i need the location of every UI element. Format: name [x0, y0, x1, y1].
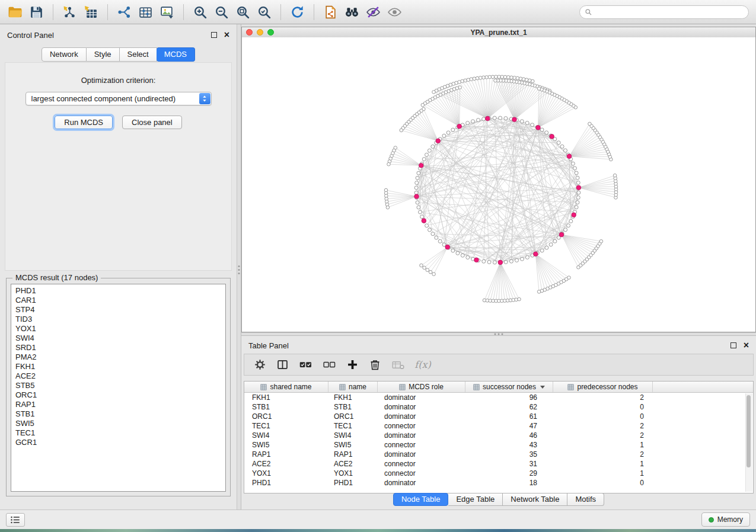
table-row[interactable]: STB1STB1dominator620: [244, 402, 753, 412]
mcds-result-item[interactable]: GCR1: [15, 438, 221, 447]
zoom-selected-icon[interactable]: [256, 4, 272, 20]
hide-details-eye-icon[interactable]: [365, 4, 381, 20]
table-row[interactable]: YOX1YOX1connector291: [244, 469, 753, 478]
mcds-result-item[interactable]: RAP1: [15, 400, 221, 409]
column-header-predecessor-nodes[interactable]: predecessor nodes: [553, 382, 653, 392]
tab-select[interactable]: Select: [120, 47, 157, 62]
mcds-result-item[interactable]: STB1: [15, 409, 221, 419]
table-vertical-scrollbar[interactable]: [745, 393, 752, 492]
network-view-window: YPA_prune.txt_1: [241, 27, 756, 332]
show-panels-button[interactable]: [6, 513, 25, 527]
search-binoculars-icon[interactable]: [344, 4, 360, 20]
table-cell: 0: [553, 403, 653, 411]
tab-network[interactable]: Network: [42, 47, 87, 62]
mcds-result-item[interactable]: YOX1: [15, 324, 221, 334]
tab-node-table[interactable]: Node Table: [393, 493, 449, 506]
mcds-result-item[interactable]: CAR1: [15, 296, 221, 305]
export-document-icon[interactable]: [323, 4, 339, 20]
apply-layout-icon[interactable]: [289, 4, 305, 20]
mcds-result-title: MCDS result (17 nodes): [12, 273, 101, 282]
table-cell: 0: [553, 479, 653, 487]
column-header-shared-name[interactable]: shared name: [244, 382, 328, 392]
function-builder-icon[interactable]: f(x): [414, 358, 430, 372]
table-row[interactable]: SWI5SWI5connector431: [244, 440, 753, 450]
table-row[interactable]: SWI4SWI4dominator462: [244, 431, 753, 440]
export-image-icon[interactable]: [159, 4, 175, 20]
mcds-result-item[interactable]: ORC1: [15, 390, 221, 400]
float-panel-icon[interactable]: [211, 32, 217, 38]
table-row[interactable]: ACE2ACE2connector311: [244, 459, 753, 469]
mcds-result-item[interactable]: PMA2: [15, 352, 221, 362]
network-canvas[interactable]: [242, 37, 755, 332]
new-network-icon[interactable]: [116, 4, 132, 20]
mcds-result-list[interactable]: PHD1CAR1STP4TID3YOX1SWI4SRD1PMA2FKH1ACE2…: [11, 284, 226, 492]
mcds-result-item[interactable]: TEC1: [15, 428, 221, 438]
table-cell: STB1: [328, 403, 378, 411]
control-panel-tabs: Network Style Select MCDS: [0, 47, 237, 62]
tab-style[interactable]: Style: [87, 47, 120, 62]
table-cell: dominator: [378, 479, 465, 487]
search-input[interactable]: [595, 7, 744, 17]
add-row-icon[interactable]: [346, 358, 359, 372]
mcds-result-item[interactable]: STB5: [15, 381, 221, 390]
tab-mcds[interactable]: MCDS: [157, 47, 195, 62]
table-row[interactable]: ORC1ORC1dominator610: [244, 412, 753, 421]
mcds-result-item[interactable]: PHD1: [15, 286, 221, 296]
tab-edge-table[interactable]: Edge Table: [448, 493, 503, 506]
memory-button[interactable]: Memory: [701, 512, 750, 527]
close-panel-button[interactable]: Close panel: [122, 116, 182, 129]
column-header-successor-nodes[interactable]: successor nodes: [465, 382, 553, 392]
column-header-name[interactable]: name: [328, 382, 378, 392]
table-cell: 31: [465, 460, 553, 468]
toolbar-search[interactable]: [579, 5, 749, 19]
unselect-all-icon[interactable]: [323, 358, 336, 372]
scrollbar-thumb[interactable]: [747, 395, 751, 467]
column-settings-gear-icon[interactable]: [254, 358, 266, 372]
table-cell: 29: [465, 469, 553, 477]
mcds-result-item[interactable]: STP4: [15, 305, 221, 315]
show-columns-icon[interactable]: [276, 358, 289, 372]
show-details-eye-icon[interactable]: [387, 4, 403, 20]
table-panel-title: Table Panel: [248, 341, 289, 350]
zoom-out-icon[interactable]: [213, 4, 229, 20]
mcds-result-item[interactable]: SWI4: [15, 334, 221, 343]
control-panel: Control Panel × Network Style Select MCD…: [0, 24, 237, 509]
optimization-criterion-select[interactable]: largest connected component (undirected): [25, 92, 212, 105]
mcds-result-item[interactable]: SWI5: [15, 419, 221, 428]
save-session-icon[interactable]: [28, 4, 44, 20]
select-all-icon[interactable]: [299, 358, 312, 372]
table-cell: 2: [553, 393, 653, 402]
mcds-result-item[interactable]: FKH1: [15, 362, 221, 371]
table-row[interactable]: RAP1RAP1dominator352: [244, 450, 753, 459]
network-graph[interactable]: [242, 37, 755, 332]
network-window-title: YPA_prune.txt_1: [242, 28, 755, 37]
table-cell: SWI4: [244, 431, 328, 440]
delete-table-icon[interactable]: [391, 358, 405, 372]
column-header-mcds-role[interactable]: MCDS role: [378, 382, 465, 392]
mcds-result-item[interactable]: SRD1: [15, 343, 221, 352]
network-window-titlebar[interactable]: YPA_prune.txt_1: [242, 27, 755, 38]
table-row[interactable]: TEC1TEC1connector472: [244, 421, 753, 431]
close-panel-icon[interactable]: ×: [744, 341, 749, 350]
mcds-result-item[interactable]: ACE2: [15, 371, 221, 381]
run-mcds-button[interactable]: Run MCDS: [55, 116, 113, 129]
tab-motifs[interactable]: Motifs: [567, 493, 604, 506]
import-table-icon[interactable]: [83, 4, 99, 20]
toolbar-separator: [314, 4, 314, 20]
open-session-icon[interactable]: [7, 4, 23, 20]
table-row[interactable]: PHD1PHD1dominator180: [244, 478, 753, 488]
main-content: Control Panel × Network Style Select MCD…: [0, 24, 756, 509]
new-network-table-icon[interactable]: [138, 4, 154, 20]
column-type-icon: [260, 384, 267, 390]
mcds-result-item[interactable]: TID3: [15, 315, 221, 324]
import-network-icon[interactable]: [62, 4, 78, 20]
vertical-splitter[interactable]: [237, 24, 241, 509]
close-panel-icon[interactable]: ×: [224, 30, 229, 40]
tab-network-table[interactable]: Network Table: [503, 493, 567, 506]
table-row[interactable]: FKH1FKH1dominator962: [244, 393, 753, 402]
zoom-in-icon[interactable]: [192, 4, 208, 20]
float-panel-icon[interactable]: [731, 342, 736, 348]
table-cell: dominator: [378, 431, 465, 440]
delete-row-icon[interactable]: [369, 358, 381, 372]
zoom-fit-icon[interactable]: [235, 4, 251, 20]
